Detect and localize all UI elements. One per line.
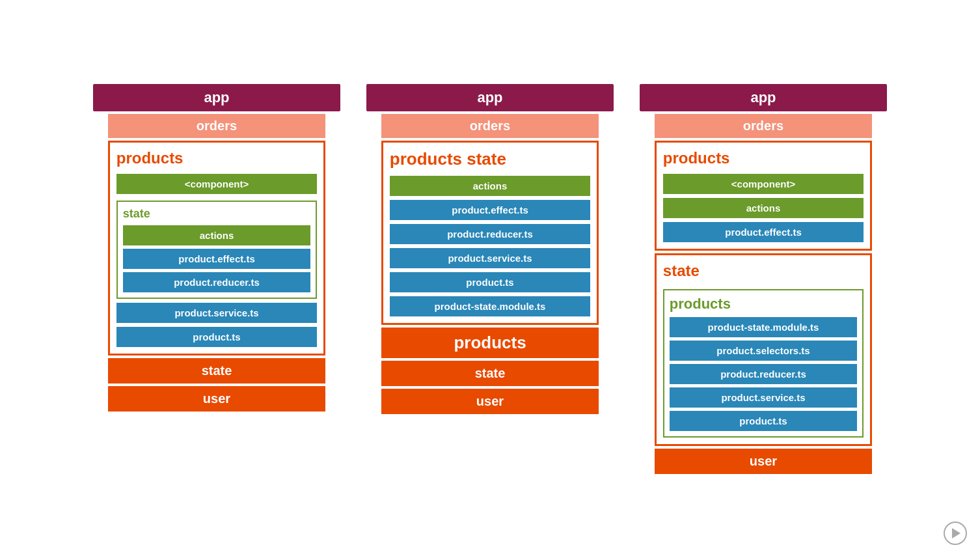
col1-state-title: state	[123, 207, 310, 221]
col2-user-bar: user	[381, 389, 599, 414]
col3-products-box: products <component> actions product.eff…	[655, 141, 872, 251]
col2-products-state-title: products state	[390, 149, 590, 169]
col3-effect-file: product.effect.ts	[663, 222, 864, 242]
col3-actions-file: actions	[663, 198, 864, 218]
play-icon	[952, 528, 960, 538]
col2-orders-bar: orders	[381, 114, 599, 138]
col3-selectors-file: product.selectors.ts	[670, 341, 857, 361]
col2-state-bar: state	[381, 361, 599, 386]
col3-app-bar: app	[640, 84, 887, 111]
col1-service-file: product.service.ts	[116, 303, 317, 323]
column-3: app orders products <component> actions …	[640, 84, 887, 474]
col2-reducer-file: product.reducer.ts	[390, 224, 590, 244]
col1-effect-file: product.effect.ts	[123, 249, 310, 269]
col3-products-inner-box: products product-state.module.ts product…	[663, 289, 864, 438]
col1-products-box: products <component> state actions produ…	[108, 141, 325, 356]
col2-products-state-box: products state actions product.effect.ts…	[381, 141, 599, 325]
col1-user-bar: user	[108, 386, 325, 412]
col3-products-inner-title: products	[670, 296, 857, 313]
col3-state-title: state	[663, 262, 864, 280]
col3-products-title: products	[663, 149, 864, 167]
col3-reducer-file: product.reducer.ts	[670, 364, 857, 384]
col1-app-bar: app	[93, 84, 340, 111]
col1-state-box: state actions product.effect.ts product.…	[116, 201, 317, 299]
column-1: app orders products <component> state ac…	[93, 84, 340, 412]
col1-component-file: <component>	[116, 174, 317, 194]
col3-module-file: product-state.module.ts	[670, 317, 857, 337]
diagram-container: app orders products <component> state ac…	[93, 84, 887, 474]
col3-state-outer-box: state products product-state.module.ts p…	[655, 253, 872, 446]
col1-products-title: products	[116, 149, 317, 167]
col1-reducer-file: product.reducer.ts	[123, 272, 310, 292]
col3-orders-bar: orders	[655, 114, 872, 138]
col3-component-file: <component>	[663, 174, 864, 194]
column-2: app orders products state actions produc…	[366, 84, 614, 414]
col2-service-file: product.service.ts	[390, 248, 590, 268]
col3-ts-file: product.ts	[670, 411, 857, 431]
col1-state-bar: state	[108, 358, 325, 384]
col2-effect-file: product.effect.ts	[390, 200, 590, 220]
col2-app-bar: app	[366, 84, 614, 111]
col1-ts-file: product.ts	[116, 327, 317, 347]
play-button[interactable]	[944, 522, 967, 545]
col2-ts-file: product.ts	[390, 272, 590, 292]
col3-user-bar: user	[655, 449, 872, 474]
col3-service-file: product.service.ts	[670, 387, 857, 408]
col1-actions-file: actions	[123, 225, 310, 245]
col2-products-bar: products	[381, 328, 599, 358]
col2-actions-file: actions	[390, 176, 590, 196]
col1-orders-bar: orders	[108, 114, 325, 138]
col2-module-file: product-state.module.ts	[390, 296, 590, 316]
